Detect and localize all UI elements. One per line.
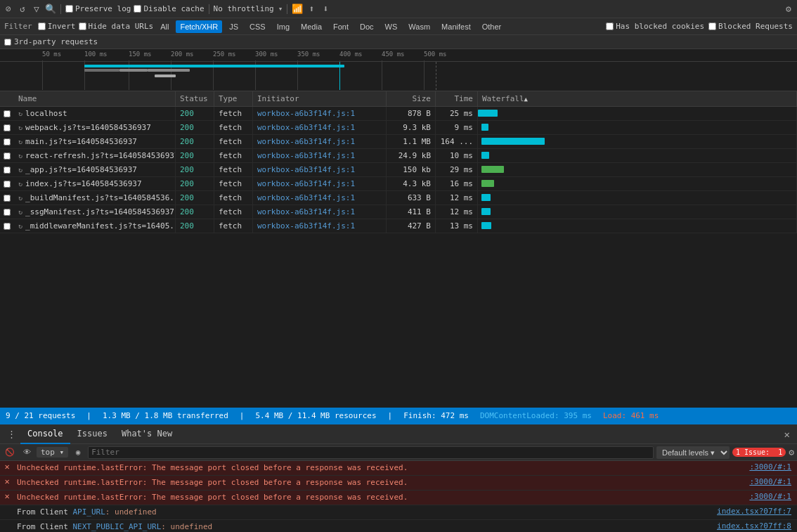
filter-icon[interactable]: ▽ [31, 4, 42, 15]
type-btn-css[interactable]: CSS [245, 20, 270, 33]
disable-cache-checkbox[interactable]: Disable cache [134, 4, 204, 13]
invert-input[interactable] [38, 22, 46, 30]
row-checkbox-4[interactable] [0, 167, 14, 174]
tick-100ms: 100 ms [84, 51, 108, 58]
td-waterfall-0 [478, 107, 797, 120]
eye-icon[interactable]: 👁 [20, 446, 34, 460]
row-checkbox-1[interactable] [0, 124, 14, 131]
error-source-1[interactable]: :3000/#:1 [744, 476, 797, 487]
td-waterfall-2 [478, 135, 797, 148]
info-source-1[interactable]: index.tsx?07ff:8 [711, 521, 797, 531]
th-name: Name [14, 91, 176, 106]
row-checkbox-6[interactable] [0, 195, 14, 202]
hide-data-urls-input[interactable] [79, 22, 86, 30]
td-status-1: 200 [176, 121, 214, 134]
row-refresh-icon-2: ↻ [18, 138, 22, 145]
error-text-1: Unchecked runtime.lastError: The message… [14, 476, 744, 489]
row-checkbox-5[interactable] [0, 181, 14, 188]
table-row[interactable]: ↻ _middlewareManifest.js?ts=16405... 200… [0, 219, 797, 233]
table-row[interactable]: ↻ main.js?ts=1640584536937 200 fetch wor… [0, 135, 797, 149]
type-btn-fetchxhr[interactable]: Fetch/XHR [176, 20, 222, 33]
td-time-7: 12 ms [436, 205, 478, 219]
download-icon[interactable]: ⬇ [320, 4, 331, 15]
settings-icon[interactable]: ⚙ [783, 4, 794, 15]
type-btn-manifest[interactable]: Manifest [437, 20, 475, 33]
blocked-requests-checkbox[interactable]: Blocked Requests [708, 22, 793, 31]
refresh-icon[interactable]: ↺ [17, 4, 28, 15]
table-row[interactable]: ↻ react-refresh.js?ts=1640584536937 200 … [0, 149, 797, 163]
hide-data-urls-checkbox[interactable]: Hide data URLs [79, 22, 154, 31]
tab-whats-new[interactable]: What's New [115, 424, 179, 444]
error-source-0[interactable]: :3000/#:1 [744, 462, 797, 472]
row-checkbox-8[interactable] [0, 223, 14, 230]
type-btn-ws[interactable]: WS [381, 20, 402, 33]
td-size-4: 150 kb [387, 163, 436, 176]
console-filter-input[interactable] [88, 446, 654, 459]
console-gear-icon[interactable]: ⚙ [789, 447, 794, 458]
type-btn-media[interactable]: Media [297, 20, 326, 33]
status-bar: 9 / 21 requests | 1.3 MB / 1.8 MB transf… [0, 408, 797, 423]
preserve-log-checkbox[interactable]: Preserve log [65, 4, 131, 13]
throttling-label[interactable]: No throttling [214, 4, 274, 13]
search-icon[interactable]: 🔍 [45, 4, 56, 15]
info-text-0: From Client API_URL: undefined [14, 506, 711, 519]
invert-checkbox[interactable]: Invert [38, 22, 76, 31]
row-checkbox-0[interactable] [0, 110, 14, 117]
status-transferred: 1.3 MB / 1.8 MB transferred [103, 411, 228, 420]
stop-icon[interactable]: ⊘ [3, 4, 14, 15]
type-btn-other[interactable]: Other [478, 20, 506, 33]
type-btn-font[interactable]: Font [329, 20, 353, 33]
error-source-2[interactable]: :3000/#:1 [744, 491, 797, 502]
table-row[interactable]: ↻ localhost 200 fetch workbox-a6b3f14f.j… [0, 107, 797, 121]
row-checkbox-7[interactable] [0, 209, 14, 216]
network-rows: ↻ localhost 200 fetch workbox-a6b3f14f.j… [0, 107, 797, 408]
type-btn-img[interactable]: Img [273, 20, 294, 33]
has-blocked-cookies-checkbox[interactable]: Has blocked cookies [606, 22, 704, 31]
row-refresh-icon-5: ↻ [18, 180, 22, 188]
levels-dropdown[interactable]: Default levels ▾ [656, 446, 730, 459]
disable-cache-input[interactable] [134, 5, 141, 13]
blocked-requests-input[interactable] [708, 22, 716, 30]
console-dots-icon[interactable]: ⋮ [3, 429, 20, 439]
row-checkbox-3[interactable] [0, 153, 14, 160]
table-row[interactable]: ↻ _buildManifest.js?ts=1640584536... 200… [0, 191, 797, 205]
info-source-0[interactable]: index.tsx?07ff:7 [711, 506, 797, 517]
eye2-icon[interactable]: ◉ [71, 446, 85, 460]
type-btn-all[interactable]: All [156, 20, 173, 33]
error-text-2: Unchecked runtime.lastError: The message… [14, 491, 744, 504]
table-row[interactable]: ↻ _ssgManifest.js?ts=1640584536937 200 f… [0, 205, 797, 219]
th-size: Size [387, 91, 436, 106]
td-size-7: 411 B [387, 205, 436, 219]
separator-2 [209, 4, 209, 14]
throttling-arrow-icon[interactable]: ▾ [278, 4, 283, 13]
type-btn-doc[interactable]: Doc [356, 20, 378, 33]
table-row[interactable]: ↻ index.js?ts=1640584536937 200 fetch wo… [0, 177, 797, 191]
type-btn-js[interactable]: JS [225, 20, 242, 33]
td-type-1: fetch [214, 121, 253, 134]
table-row[interactable]: ↻ webpack.js?ts=1640584536937 200 fetch … [0, 121, 797, 135]
upload-icon[interactable]: ⬆ [306, 4, 317, 15]
table-row[interactable]: ↻ _app.js?ts=1640584536937 200 fetch wor… [0, 163, 797, 177]
has-blocked-cookies-input[interactable] [606, 22, 614, 30]
ban-icon[interactable]: 🚫 [3, 446, 17, 460]
timeline-marker [436, 62, 436, 90]
th-waterfall[interactable]: Waterfall [478, 91, 797, 106]
top-dropdown[interactable]: top ▾ [37, 447, 68, 458]
row-checkbox-2[interactable] [0, 138, 14, 145]
td-initiator-6: workbox-a6b3f14f.js:1 [253, 191, 387, 205]
td-waterfall-3 [478, 149, 797, 162]
third-party-checkbox[interactable] [4, 39, 11, 46]
filter-bar: Filter Invert Hide data URLs All Fetch/X… [0, 18, 797, 35]
tab-issues[interactable]: Issues [70, 424, 115, 444]
th-time: Time [436, 91, 478, 106]
row-refresh-icon-3: ↻ [18, 152, 22, 160]
tab-console[interactable]: Console [20, 424, 70, 444]
wifi-icon[interactable]: 📶 [292, 4, 303, 15]
td-initiator-5: workbox-a6b3f14f.js:1 [253, 177, 387, 190]
td-type-0: fetch [214, 107, 253, 120]
preserve-log-input[interactable] [65, 5, 73, 13]
separator-1 [60, 4, 61, 14]
tick-150ms: 150 ms [129, 51, 152, 58]
close-console-button[interactable]: ✕ [780, 429, 794, 440]
type-btn-wasm[interactable]: Wasm [404, 20, 434, 33]
